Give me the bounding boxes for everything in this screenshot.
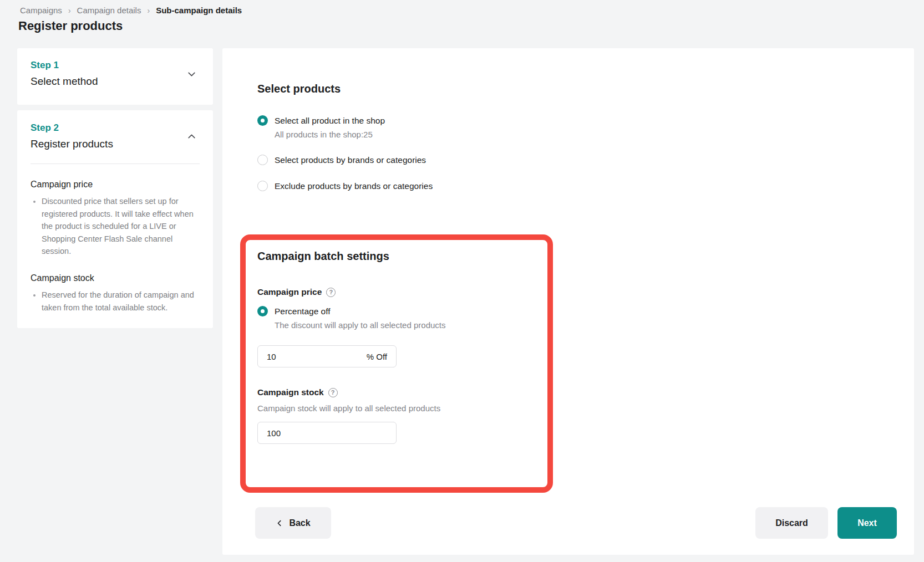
chevron-down-icon[interactable] (187, 69, 196, 79)
step-2-header[interactable]: Step 2 Register products (31, 122, 200, 150)
percentage-off-option: Percentage off The discount will apply t… (257, 306, 536, 330)
content-area: Step 1 Select method Step 2 Register pro… (0, 48, 924, 555)
chevron-left-icon (276, 519, 283, 527)
info-bullet: Discounted price that sellers set up for… (42, 195, 200, 258)
chevron-up-icon[interactable] (187, 132, 196, 141)
info-heading-campaign-stock: Campaign stock (31, 273, 200, 283)
radio-option-select-all[interactable]: Select all product in the shop (257, 115, 385, 126)
info-bullet: Reserved for the duration of campaign an… (42, 289, 200, 314)
radio-unselected-icon[interactable] (257, 155, 268, 165)
percent-off-suffix: % Off (367, 352, 387, 361)
radio-unselected-icon[interactable] (257, 181, 268, 191)
step-1-label: Step 1 (31, 60, 98, 71)
info-list-campaign-stock: Reserved for the duration of campaign an… (31, 289, 200, 314)
help-icon[interactable]: ? (328, 388, 338, 397)
option-label: Select all product in the shop (275, 116, 385, 126)
percent-off-field: % Off (257, 345, 397, 367)
select-products-section: Select products Select all product in th… (222, 48, 914, 191)
radio-option-exclude[interactable]: Exclude products by brands or categories (257, 181, 433, 191)
option-select-all: Select all product in the shop All produ… (257, 115, 914, 139)
radio-selected-icon[interactable] (257, 306, 268, 316)
campaign-stock-label-row: Campaign stock ? (257, 387, 536, 397)
campaign-price-label: Campaign price (257, 287, 322, 297)
steps-sidebar: Step 1 Select method Step 2 Register pro… (17, 48, 213, 328)
help-icon[interactable]: ? (326, 288, 336, 297)
step-1-header[interactable]: Step 1 Select method (31, 60, 200, 88)
discard-button[interactable]: Discard (755, 507, 828, 539)
chevron-right-icon: › (147, 6, 150, 15)
campaign-stock-field (257, 422, 397, 444)
divider (31, 164, 200, 164)
option-sublabel: The discount will apply to all selected … (275, 320, 536, 330)
next-button[interactable]: Next (837, 507, 897, 539)
campaign-stock-label: Campaign stock (257, 387, 324, 397)
option-label: Percentage off (275, 306, 331, 316)
info-list-campaign-price: Discounted price that sellers set up for… (31, 195, 200, 258)
select-products-heading: Select products (257, 83, 914, 95)
campaign-price-label-row: Campaign price ? (257, 287, 536, 297)
radio-option-by-brands[interactable]: Select products by brands or categories (257, 155, 426, 165)
step-2-label: Step 2 (31, 122, 113, 134)
batch-settings-heading: Campaign batch settings (257, 250, 536, 263)
page-title: Register products (18, 19, 924, 33)
option-sublabel: All products in the shop:25 (275, 130, 914, 139)
breadcrumb-campaigns[interactable]: Campaigns (20, 6, 62, 15)
campaign-stock-input[interactable] (267, 428, 387, 438)
option-by-brands: Select products by brands or categories (257, 155, 914, 165)
option-label: Select products by brands or categories (275, 155, 426, 165)
radio-option-percentage-off[interactable]: Percentage off (257, 306, 331, 316)
step-2-title: Register products (31, 138, 113, 150)
info-heading-campaign-price: Campaign price (31, 180, 200, 190)
percent-off-input[interactable] (267, 352, 367, 361)
breadcrumb: Campaigns › Campaign details › Sub-campa… (0, 0, 924, 15)
step-1-title: Select method (31, 75, 98, 88)
option-label: Exclude products by brands or categories (275, 181, 433, 191)
highlight-box: Campaign batch settings Campaign price ?… (240, 234, 553, 493)
select-products-options: Select all product in the shop All produ… (257, 115, 914, 191)
radio-selected-icon[interactable] (257, 115, 268, 126)
back-button-label: Back (289, 518, 310, 528)
option-exclude: Exclude products by brands or categories (257, 181, 914, 191)
breadcrumb-sub-campaign-details: Sub-campaign details (156, 6, 242, 15)
footer-actions: Back Discard Next (255, 507, 897, 539)
step-1-card: Step 1 Select method (17, 48, 213, 105)
back-button[interactable]: Back (255, 507, 331, 539)
chevron-right-icon: › (68, 6, 71, 15)
breadcrumb-campaign-details[interactable]: Campaign details (77, 6, 141, 15)
step-2-card: Step 2 Register products Campaign price … (17, 110, 213, 328)
campaign-stock-sublabel: Campaign stock will apply to all selecte… (257, 403, 536, 413)
main-panel: Select products Select all product in th… (222, 48, 914, 555)
